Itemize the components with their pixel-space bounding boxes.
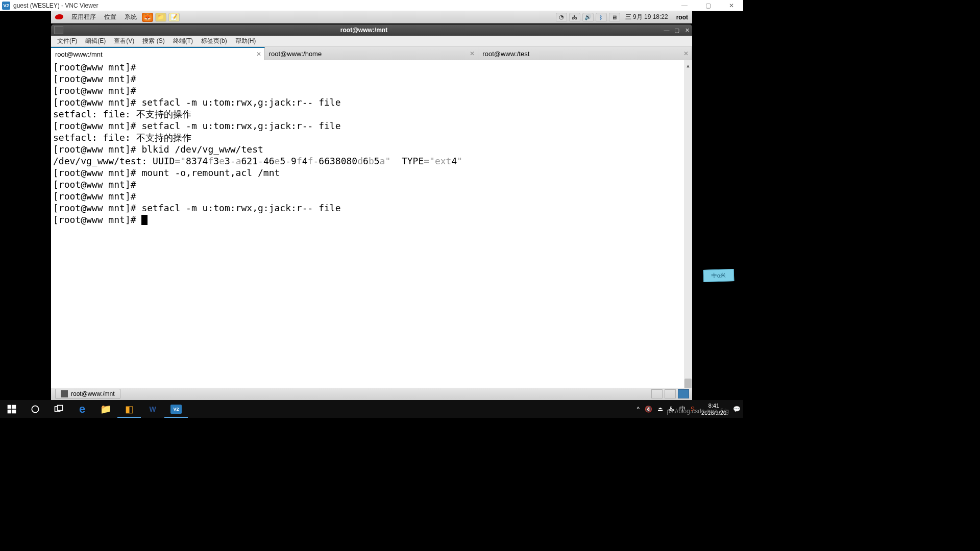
terminal-scrollbar[interactable]: ▲ ▼: [684, 60, 692, 400]
redhat-icon[interactable]: [54, 13, 65, 22]
svg-rect-2: [8, 409, 12, 413]
filemanager-icon[interactable]: 📁: [155, 13, 166, 22]
gnome-bottom-panel: root@www:/mnt: [51, 388, 692, 400]
terminal-window: root@www:/mnt — ▢ ✕ 文件(F) 编辑(E) 查看(V) 搜索…: [51, 24, 692, 400]
maximize-button[interactable]: ▢: [696, 1, 720, 11]
close-button[interactable]: ✕: [720, 1, 743, 11]
terminal-tab-test[interactable]: root@www:/test ✕: [478, 47, 692, 60]
tray-network-icon[interactable]: 🖧: [666, 406, 677, 413]
menu-help[interactable]: 帮助(H): [231, 37, 260, 45]
volume-icon[interactable]: 🔊: [582, 13, 594, 22]
system-tray: ^ 🔇 ⏏ 🖧 中 S 8:41 2018/9/20 💬: [634, 400, 743, 418]
menu-terminal[interactable]: 终端(T): [169, 37, 197, 45]
tab-label: root@www:/mnt: [55, 51, 103, 58]
trash-icon[interactable]: [678, 389, 689, 398]
menu-view[interactable]: 查看(V): [110, 37, 138, 45]
terminal-tab-mnt[interactable]: root@www:/mnt ✕: [51, 47, 265, 60]
vnc-icon: V2: [2, 2, 10, 10]
vnc-icon: V2: [170, 405, 182, 414]
tab-label: root@www:/test: [482, 50, 529, 58]
close-icon[interactable]: ✕: [470, 50, 475, 57]
svg-rect-0: [8, 405, 12, 409]
terminal-tabstrip: root@www:/mnt ✕ root@www:/home ✕ root@ww…: [51, 47, 692, 60]
network-icon[interactable]: 🖧: [569, 13, 580, 22]
taskview-button[interactable]: [47, 400, 70, 418]
clock-time: 8:41: [701, 402, 726, 409]
menu-system[interactable]: 系统: [120, 11, 141, 23]
terminal-icon: [54, 26, 63, 34]
clock-date: 2018/9/20: [701, 409, 726, 416]
explorer-icon[interactable]: 📁: [94, 400, 117, 418]
terminal-close[interactable]: ✕: [682, 26, 692, 34]
display-icon[interactable]: 🖥: [609, 13, 620, 22]
menu-file[interactable]: 文件(F): [53, 37, 81, 45]
scroll-up-icon[interactable]: ▲: [684, 60, 692, 67]
gnome-top-panel: 应用程序 位置 系统 🦊 📁 📝 ◔ 🖧 🔊 ᛒ 🖥 三 9月 19 18:22…: [51, 11, 692, 23]
terminal-titlebar[interactable]: root@www:/mnt — ▢ ✕: [51, 24, 692, 36]
sticker-overlay: 中o米: [703, 269, 734, 282]
close-icon[interactable]: ✕: [256, 51, 261, 58]
tray-safely-remove-icon[interactable]: ⏏: [655, 406, 666, 413]
task-label: root@www:/mnt: [71, 390, 115, 397]
terminal-minimize[interactable]: —: [662, 26, 672, 34]
tab-label: root@www:/home: [269, 50, 322, 58]
terminal-maximize[interactable]: ▢: [672, 26, 682, 34]
windows-taskbar: e 📁 ◧ W V2 ^ 🔇 ⏏ 🖧 中 S 8:41 2018/9/20 💬: [0, 400, 743, 418]
terminal-title: root@www:/mnt: [66, 27, 662, 34]
terminal-tab-home[interactable]: root@www:/home ✕: [265, 47, 479, 60]
menu-search[interactable]: 搜索 (S): [138, 37, 168, 45]
minimize-button[interactable]: —: [673, 1, 696, 11]
bluetooth-icon[interactable]: ᛒ: [596, 13, 607, 22]
word-icon[interactable]: W: [141, 400, 164, 418]
close-icon[interactable]: ✕: [683, 50, 689, 57]
taskbar-clock[interactable]: 8:41 2018/9/20: [697, 402, 730, 416]
edge-icon[interactable]: e: [70, 400, 94, 418]
vnc-titlebar: V2 guest (WESLEY) - VNC Viewer — ▢ ✕: [0, 0, 743, 11]
menu-places[interactable]: 位置: [100, 11, 120, 23]
terminal-body[interactable]: [root@www mnt]# [root@www mnt]# [root@ww…: [51, 60, 692, 400]
vnc-taskbar-icon[interactable]: V2: [164, 400, 188, 418]
terminal-content[interactable]: [root@www mnt]# [root@www mnt]# [root@ww…: [51, 60, 684, 400]
action-center-icon[interactable]: 💬: [730, 406, 743, 413]
app-icon-1[interactable]: ◧: [117, 400, 141, 418]
svg-rect-6: [58, 405, 63, 410]
cpu-indicator-icon[interactable]: ◔: [556, 13, 567, 22]
taskbar-item-terminal[interactable]: root@www:/mnt: [55, 389, 120, 399]
gnome-user-menu[interactable]: root: [676, 14, 688, 21]
menu-tabs[interactable]: 标签页(b): [197, 37, 231, 45]
terminal-menubar: 文件(F) 编辑(E) 查看(V) 搜索 (S) 终端(T) 标签页(b) 帮助…: [51, 36, 692, 47]
start-button[interactable]: [0, 400, 23, 418]
svg-rect-1: [12, 405, 16, 409]
menu-edit[interactable]: 编辑(E): [81, 37, 110, 45]
workspace-switcher-1[interactable]: [651, 389, 663, 398]
workspace-switcher-2[interactable]: [665, 389, 676, 398]
tray-chevron-icon[interactable]: ^: [634, 406, 642, 413]
tray-ime-icon[interactable]: 中: [677, 405, 688, 413]
vnc-window-title: guest (WESLEY) - VNC Viewer: [13, 2, 673, 9]
texteditor-icon[interactable]: 📝: [168, 13, 180, 22]
tray-volume-icon[interactable]: 🔇: [642, 406, 655, 413]
menu-applications[interactable]: 应用程序: [67, 11, 100, 23]
gnome-clock[interactable]: 三 9月 19 18:22: [621, 11, 672, 23]
tray-app-icon[interactable]: S: [688, 406, 697, 413]
cortana-button[interactable]: [23, 400, 47, 418]
firefox-icon[interactable]: 🦊: [142, 13, 153, 22]
terminal-icon: [61, 390, 68, 397]
svg-point-4: [32, 406, 38, 412]
svg-rect-3: [12, 409, 16, 413]
